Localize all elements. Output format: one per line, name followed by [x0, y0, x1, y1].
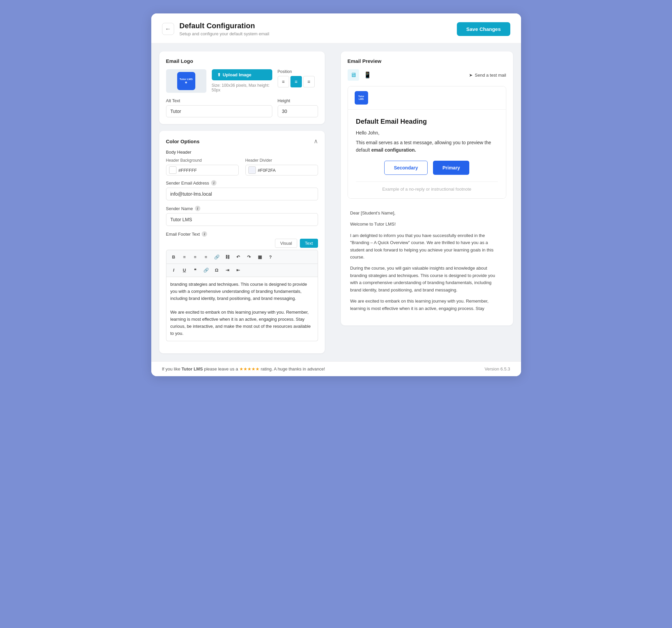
align-left-button[interactable]: ≡ [278, 76, 289, 88]
header-divider-input[interactable] [258, 168, 315, 173]
header-divider-input-wrap [245, 165, 318, 175]
height-label: Height [278, 98, 318, 103]
header-background-input[interactable] [178, 168, 236, 173]
email-preview-body: Default Email Heading Hello John, This e… [348, 110, 506, 198]
email-logo-title: Email Logo [166, 58, 318, 64]
email-preview-box: TutorLMS Default Email Heading Hello Joh… [347, 86, 506, 199]
align-right-toolbar-btn[interactable]: ≡ [201, 252, 211, 262]
italic-button[interactable]: I [169, 265, 178, 275]
logo-preview: Tutor LMS⊕ [166, 69, 207, 93]
header-background-label: Header Background [166, 158, 239, 163]
sender-name-input[interactable] [166, 213, 318, 226]
position-buttons: ≡ ≡ ≡ [278, 76, 318, 88]
email-heading: Default Email Heading [356, 118, 498, 125]
sender-name-label: Sender Name i [166, 206, 318, 211]
align-center-button[interactable]: ≡ [290, 76, 302, 88]
upload-image-button[interactable]: ⬆ Upload Image [212, 69, 272, 80]
alt-text-label: Alt Text [166, 98, 272, 103]
alt-text-field: Alt Text [166, 98, 272, 117]
full-preview-line1: I am delighted to inform you that you ha… [350, 232, 504, 261]
blockquote-button[interactable]: ❝ [191, 265, 200, 275]
send-test-button[interactable]: ➤ Send a test mail [469, 73, 506, 78]
save-button[interactable]: Save Changes [457, 22, 510, 36]
email-footnote: Example of a no-reply or instructional f… [356, 182, 498, 192]
editor-line2: We are excited to embark on this learnin… [170, 309, 314, 337]
special-char-button[interactable]: Ω [212, 265, 221, 275]
align-center-toolbar-btn[interactable]: ≡ [191, 252, 200, 262]
preview-toolbar: 🖥 📱 ➤ Send a test mail [347, 69, 506, 81]
visual-tab[interactable]: Visual [275, 239, 297, 248]
editor-toolbar-row2: I U ❝ 🔗 Ω ⇥ ⇤ [166, 264, 318, 277]
chevron-up-icon[interactable]: ∧ [314, 138, 318, 145]
footer-text-label: Email Footer Text i [166, 231, 318, 237]
footer-text-field: Email Footer Text i Visual Text B ≡ ≡ ≡ … [166, 231, 318, 341]
sender-email-input[interactable] [166, 188, 318, 200]
page-title: Default Configuration [179, 22, 269, 30]
align-right-button[interactable]: ≡ [303, 76, 315, 88]
sender-name-info-icon: i [195, 206, 200, 211]
preview-card: Email Preview 🖥 📱 ➤ Send a test mail [341, 51, 513, 325]
version-label: Version 6.5.3 [485, 366, 510, 371]
email-action-buttons: Secondary Primary [356, 161, 498, 175]
color-row: Header Background Header Divider [166, 158, 318, 175]
email-preview-header: TutorLMS [348, 87, 506, 110]
full-preview-welcome: Welcome to Tutor LMS! [350, 220, 504, 227]
header-background-swatch[interactable] [169, 166, 176, 174]
full-preview-line2: During the course, you will gain valuabl… [350, 265, 504, 293]
mobile-view-button[interactable]: 📱 [362, 69, 373, 81]
logo-text: Tutor LMS⊕ [179, 78, 193, 84]
upload-size-info: Size: 100x36 pixels, Max height: 50px [212, 83, 272, 93]
position-section: Position ≡ ≡ ≡ [278, 69, 318, 88]
body-header-label: Body Header [166, 150, 318, 155]
editor-line1: branding strategies and techniques. This… [170, 281, 314, 302]
email-logo-card: Email Logo Tutor LMS⊕ ⬆ Upload Image Siz… [159, 51, 325, 124]
sender-name-field: Sender Name i [166, 206, 318, 226]
color-options-header: Color Options ∧ [166, 138, 318, 145]
right-panel: Email Preview 🖥 📱 ➤ Send a test mail [333, 43, 521, 361]
undo-button[interactable]: ↶ [234, 252, 243, 262]
help-button[interactable]: ? [266, 252, 275, 262]
desktop-view-button[interactable]: 🖥 [347, 69, 359, 81]
email-full-preview: Dear [Student's Name], Welcome to Tutor … [347, 204, 506, 319]
insert-link-button[interactable]: 🔗 [201, 265, 211, 275]
table-button[interactable]: ▦ [255, 252, 265, 262]
logo-fields: Alt Text Height [166, 98, 318, 117]
color-options-title: Color Options [166, 139, 200, 144]
sender-email-label: Sender Email Address i [166, 180, 318, 186]
email-primary-button[interactable]: Primary [433, 161, 469, 175]
align-left-toolbar-btn[interactable]: ≡ [180, 252, 189, 262]
rating-stars: ★★★★★ [239, 366, 260, 371]
editor-tab-row: Visual Text [166, 239, 318, 248]
email-logo-small: TutorLMS [355, 91, 368, 104]
email-greeting: Hello John, [356, 130, 498, 136]
indent-button[interactable]: ⇥ [223, 265, 232, 275]
header-divider-label: Header Divider [245, 158, 318, 163]
link-button[interactable]: 🔗 [212, 252, 221, 262]
outdent-button[interactable]: ⇤ [234, 265, 243, 275]
left-panel: Email Logo Tutor LMS⊕ ⬆ Upload Image Siz… [151, 43, 333, 361]
email-logo-text: TutorLMS [358, 95, 364, 101]
editor-toolbar: B ≡ ≡ ≡ 🔗 ⛓ ↶ ↷ ▦ ? [166, 250, 318, 264]
editor-content[interactable]: branding strategies and techniques. This… [166, 277, 318, 341]
alt-text-input[interactable] [166, 105, 272, 117]
full-preview-line3: We are excited to embark on this learnin… [350, 297, 504, 312]
back-button[interactable]: ← [162, 23, 174, 35]
main-content: Email Logo Tutor LMS⊕ ⬆ Upload Image Siz… [151, 43, 521, 361]
text-tab[interactable]: Text [300, 239, 318, 248]
header-divider-swatch[interactable] [248, 166, 256, 174]
top-header: ← Default Configuration Setup and config… [151, 14, 521, 43]
sender-email-field: Sender Email Address i [166, 180, 318, 200]
email-secondary-button[interactable]: Secondary [384, 161, 428, 175]
redo-button[interactable]: ↷ [244, 252, 254, 262]
bold-button[interactable]: B [169, 252, 178, 262]
header-background-input-wrap [166, 165, 239, 175]
underline-button[interactable]: U [180, 265, 189, 275]
preview-title: Email Preview [347, 58, 506, 64]
upload-info: ⬆ Upload Image Size: 100x36 pixels, Max … [212, 69, 272, 93]
height-field: Height [278, 98, 318, 117]
height-input[interactable] [278, 105, 318, 117]
logo-icon: Tutor LMS⊕ [177, 72, 195, 90]
header-title-group: Default Configuration Setup and configur… [179, 22, 269, 36]
unlink-button[interactable]: ⛓ [223, 252, 232, 262]
position-label: Position [278, 69, 318, 74]
